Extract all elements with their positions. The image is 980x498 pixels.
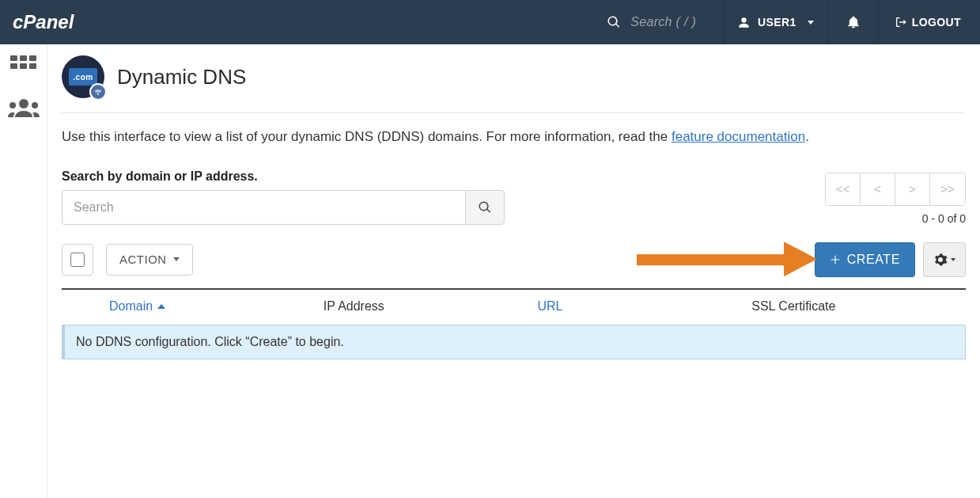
column-url[interactable]: URL <box>538 299 752 314</box>
svg-rect-4 <box>10 63 17 69</box>
cpanel-logo[interactable]: cPanel <box>13 10 109 34</box>
main-content: .com Dynamic DNS Use this interface to v… <box>47 44 980 498</box>
user-menu[interactable]: USER1 <box>727 0 825 44</box>
user-name: USER1 <box>758 16 796 29</box>
svg-marker-12 <box>784 241 817 276</box>
pager-next-button[interactable]: > <box>895 173 930 205</box>
column-domain-label: Domain <box>109 299 153 314</box>
settings-dropdown[interactable] <box>923 242 966 277</box>
chevron-down-icon <box>173 257 180 261</box>
left-sidebar <box>0 44 47 498</box>
dotcom-badge: .com <box>69 68 97 86</box>
select-all-wrapper[interactable] <box>62 244 93 276</box>
notifications-button[interactable] <box>832 0 875 44</box>
users-icon[interactable] <box>8 98 40 117</box>
chevron-down-icon <box>808 21 814 25</box>
search-label: Search by domain or IP address. <box>62 169 505 184</box>
divider <box>878 0 879 44</box>
logout-button[interactable]: LOGOUT <box>882 0 971 44</box>
apps-grid-icon[interactable] <box>10 55 37 78</box>
action-label: ACTION <box>119 253 167 266</box>
sort-asc-icon <box>157 304 165 309</box>
feature-documentation-link[interactable]: feature documentation <box>672 129 805 144</box>
divider <box>62 112 966 113</box>
divider <box>723 0 724 44</box>
svg-rect-11 <box>637 254 784 265</box>
search-input[interactable] <box>62 190 465 225</box>
svg-point-7 <box>19 99 28 108</box>
svg-rect-3 <box>29 55 36 61</box>
logout-label: LOGOUT <box>912 16 961 29</box>
select-all-checkbox[interactable] <box>70 253 85 267</box>
create-label: CREATE <box>847 253 900 267</box>
search-icon <box>607 15 621 29</box>
search-button[interactable] <box>465 190 505 225</box>
pager-first-button[interactable]: << <box>826 173 861 205</box>
pager-last-button[interactable]: >> <box>930 173 965 205</box>
svg-text:cPanel: cPanel <box>13 11 75 32</box>
signal-badge-icon <box>89 83 107 101</box>
pager-prev-button[interactable]: < <box>861 173 895 205</box>
intro-suffix: . <box>805 129 809 144</box>
annotation-arrow <box>637 237 819 281</box>
gear-icon <box>933 253 948 267</box>
user-icon <box>738 17 750 29</box>
chevron-down-icon <box>951 258 955 261</box>
column-ip: IP Address <box>324 299 538 314</box>
intro-text: Use this interface to view a list of you… <box>62 127 966 147</box>
global-search[interactable]: Search ( / ) <box>607 15 720 29</box>
action-dropdown[interactable]: ACTION <box>106 244 193 276</box>
svg-rect-1 <box>10 55 17 61</box>
search-icon <box>478 200 492 215</box>
global-search-placeholder: Search ( / ) <box>630 15 720 29</box>
column-ssl: SSL Certificate <box>751 299 966 314</box>
divider <box>828 0 829 44</box>
svg-point-9 <box>32 102 38 108</box>
plus-icon <box>830 254 841 265</box>
top-bar: cPanel Search ( / ) USER1 LOGOUT <box>0 0 980 44</box>
column-domain[interactable]: Domain <box>109 299 324 314</box>
svg-rect-5 <box>20 63 27 69</box>
svg-point-8 <box>9 102 16 108</box>
table-header: Domain IP Address URL SSL Certificate <box>62 290 966 325</box>
pager: << < > >> <box>825 173 966 206</box>
empty-state-notice: No DDNS configuration. Click “Create” to… <box>62 325 966 359</box>
create-button[interactable]: CREATE <box>815 242 915 277</box>
svg-rect-6 <box>29 63 36 69</box>
intro-prefix: Use this interface to view a list of you… <box>62 129 672 144</box>
svg-point-10 <box>97 93 99 95</box>
logout-icon <box>895 16 907 29</box>
pager-info: 0 - 0 of 0 <box>825 212 966 225</box>
page-header: .com Dynamic DNS <box>62 55 966 112</box>
page-title: Dynamic DNS <box>117 65 246 89</box>
page-icon: .com <box>62 55 104 98</box>
bell-icon <box>846 15 861 29</box>
svg-rect-2 <box>20 55 27 61</box>
